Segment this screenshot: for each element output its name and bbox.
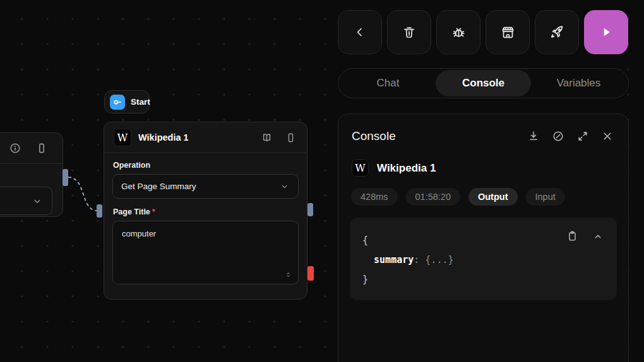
chevron-down-icon xyxy=(32,196,43,207)
input-tab-badge[interactable]: Input xyxy=(526,188,565,206)
type-toggle-icon[interactable] xyxy=(283,270,293,279)
partial-node-select[interactable] xyxy=(0,187,52,215)
page-title-field: computer xyxy=(112,221,299,284)
console-panel: Console W Wikipedia 1 428ms 01:58:20 Out… xyxy=(338,114,629,362)
wikipedia-node[interactable]: W Wikipedia 1 Operation Get Page Summary… xyxy=(104,122,307,300)
debug-button[interactable] xyxy=(436,10,480,54)
console-node-name: Wikipedia 1 xyxy=(377,162,436,175)
start-node[interactable]: Start xyxy=(104,90,150,114)
download-icon[interactable] xyxy=(527,129,540,143)
device-icon[interactable] xyxy=(35,141,49,155)
operation-label: Operation xyxy=(113,161,299,170)
output-handle-wikipedia[interactable] xyxy=(307,203,313,216)
wikipedia-node-title: Wikipedia 1 xyxy=(138,132,253,143)
expand-icon[interactable] xyxy=(576,129,590,143)
marketplace-button[interactable] xyxy=(486,10,530,54)
panel-tabs: Chat Console Variables xyxy=(338,68,629,98)
device-icon[interactable] xyxy=(284,131,297,144)
wikipedia-node-header: W Wikipedia 1 xyxy=(104,122,307,153)
console-badges: 428ms 01:58:20 Output Input xyxy=(338,177,628,206)
copy-icon[interactable] xyxy=(566,230,579,243)
toolbar xyxy=(338,10,628,54)
output-handle-partial-node[interactable] xyxy=(63,169,68,186)
tab-console[interactable]: Console xyxy=(436,70,531,96)
partial-node-header xyxy=(0,133,63,164)
tab-variables[interactable]: Variables xyxy=(531,70,626,96)
page-title-label: Page Title* xyxy=(113,207,299,216)
json-close-brace: } xyxy=(362,270,617,289)
console-node-row: W Wikipedia 1 xyxy=(338,143,628,177)
page-title-input[interactable]: computer xyxy=(113,221,298,284)
info-icon[interactable] xyxy=(8,141,22,155)
trigger-key-icon xyxy=(110,95,125,110)
run-button[interactable] xyxy=(584,10,628,54)
timestamp-badge: 01:58:20 xyxy=(406,188,460,206)
book-open-icon[interactable] xyxy=(260,131,273,144)
back-button[interactable] xyxy=(338,10,382,54)
input-handle-wikipedia[interactable] xyxy=(97,204,102,218)
tab-chat[interactable]: Chat xyxy=(340,70,436,96)
required-asterisk: * xyxy=(152,207,155,216)
wikipedia-icon: W xyxy=(352,160,369,177)
start-node-label: Start xyxy=(131,97,150,107)
chevron-down-icon xyxy=(279,181,290,192)
wikipedia-icon: W xyxy=(114,129,131,146)
operation-select-value: Get Page Summary xyxy=(121,182,196,191)
delete-button[interactable] xyxy=(387,10,431,54)
console-title: Console xyxy=(352,129,396,143)
partial-node[interactable] xyxy=(0,132,63,217)
output-tab-badge[interactable]: Output xyxy=(468,188,518,206)
error-handle-wikipedia[interactable] xyxy=(307,266,314,281)
duration-badge: 428ms xyxy=(351,188,398,206)
output-json-viewer: { summary: {...} } xyxy=(350,218,617,300)
clear-icon[interactable] xyxy=(551,129,565,143)
operation-select[interactable]: Get Page Summary xyxy=(112,174,299,199)
json-summary-row[interactable]: summary: {...} xyxy=(362,250,617,270)
close-icon[interactable] xyxy=(600,129,614,143)
collapse-icon[interactable] xyxy=(592,230,604,243)
deploy-rocket-button[interactable] xyxy=(535,10,579,54)
